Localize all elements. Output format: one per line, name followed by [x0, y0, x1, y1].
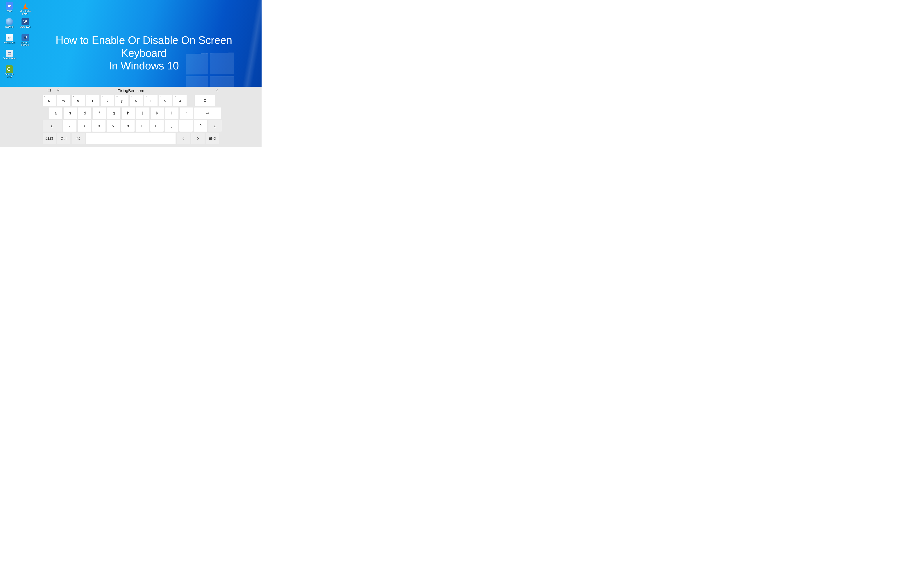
- key-ctrl[interactable]: Ctrl: [57, 133, 70, 144]
- key-e[interactable]: 3e: [72, 95, 85, 106]
- title-line2: In Windows 10: [33, 60, 255, 73]
- key-comma[interactable]: ,: [165, 120, 178, 132]
- close-keyboard-button[interactable]: [215, 88, 219, 93]
- desktop-icon-label: This PC - Shortcut: [18, 42, 32, 46]
- desktop-icon-thispc[interactable]: This PC - Shortcut: [17, 33, 33, 49]
- key-b[interactable]: b: [121, 120, 134, 132]
- keyboard-settings-icon[interactable]: [47, 88, 52, 93]
- key-g[interactable]: g: [107, 108, 120, 119]
- key-j[interactable]: j: [136, 108, 149, 119]
- svg-rect-5: [48, 89, 50, 91]
- enter-icon: [205, 111, 210, 115]
- touch-keyboard: FixingBee.com 1q 2w 3e 4r 5t 6y 7u 8i 9o…: [0, 87, 262, 147]
- key-enter[interactable]: [194, 108, 221, 119]
- key-period[interactable]: .: [179, 120, 193, 132]
- key-o[interactable]: 9o: [159, 95, 172, 106]
- desktop-icon-label: Network: [5, 26, 13, 28]
- zoom-icon: [6, 2, 13, 10]
- key-spacebar[interactable]: [86, 133, 176, 144]
- desktop-icon-vlc[interactable]: VLC media player: [17, 2, 33, 17]
- desktop-icon-network[interactable]: Network: [2, 17, 17, 33]
- key-y[interactable]: 6y: [115, 95, 128, 106]
- keyboard-keys: 1q 2w 3e 4r 5t 6y 7u 8i 9o 0p a s d f g …: [43, 95, 219, 144]
- key-v[interactable]: v: [107, 120, 120, 132]
- desktop-icon-recycle[interactable]: Recycle Bin: [2, 33, 17, 49]
- backspace-icon: [203, 99, 207, 103]
- shift-up-icon: [50, 124, 54, 128]
- key-arrow-left[interactable]: [177, 133, 190, 144]
- desktop-icon-zoom[interactable]: Zoom: [2, 2, 17, 17]
- chevron-right-icon: [196, 137, 200, 141]
- key-d[interactable]: d: [78, 108, 91, 119]
- key-symbols-numbers[interactable]: &123: [43, 133, 56, 144]
- emoji-icon: [76, 137, 80, 141]
- desktop-icon-control-panel[interactable]: Control Panel: [2, 49, 17, 65]
- desktop-background[interactable]: Zoom VLC media player Network W Word 201…: [0, 0, 262, 87]
- key-l[interactable]: l: [165, 108, 178, 119]
- key-f[interactable]: f: [93, 108, 106, 119]
- page-title: How to Enable Or Disable On Screen Keybo…: [33, 34, 255, 73]
- camtasia-icon: [6, 65, 13, 73]
- chevron-left-icon: [181, 137, 186, 141]
- key-w[interactable]: 2w: [57, 95, 70, 106]
- word-icon: W: [21, 18, 29, 25]
- key-h[interactable]: h: [122, 108, 135, 119]
- key-a[interactable]: a: [49, 108, 62, 119]
- svg-rect-1: [24, 36, 27, 38]
- key-r[interactable]: 4r: [86, 95, 99, 106]
- keyboard-brand-text: FixingBee.com: [118, 88, 144, 93]
- key-c[interactable]: c: [92, 120, 105, 132]
- svg-rect-3: [8, 52, 11, 53]
- keyboard-header: FixingBee.com: [0, 87, 262, 95]
- key-arrow-right[interactable]: [191, 133, 205, 144]
- key-language[interactable]: ENG: [206, 133, 219, 144]
- svg-rect-2: [25, 39, 26, 39]
- shift-up-icon: [213, 124, 217, 128]
- key-question[interactable]: ?: [194, 120, 207, 132]
- desktop-icon-label: Camtasia 2019: [2, 73, 16, 78]
- key-shift-left[interactable]: [43, 120, 62, 132]
- svg-point-9: [78, 138, 78, 138]
- vlc-icon: [21, 2, 29, 10]
- key-apostrophe[interactable]: ': [180, 108, 193, 119]
- key-backspace[interactable]: [195, 95, 215, 106]
- desktop-icon-label: VLC media player: [18, 10, 32, 15]
- key-t[interactable]: 5t: [101, 95, 114, 106]
- desktop-icon-label: Control Panel: [3, 57, 16, 60]
- key-s[interactable]: s: [64, 108, 77, 119]
- desktop-icon-label: Recycle Bin: [3, 42, 15, 44]
- control-panel-icon: [6, 50, 13, 57]
- key-u[interactable]: 7u: [130, 95, 143, 106]
- key-p[interactable]: 0p: [173, 95, 187, 106]
- desktop-icon-word[interactable]: W Word 2016: [17, 17, 33, 33]
- svg-rect-0: [8, 5, 10, 7]
- key-emoji[interactable]: [72, 133, 85, 144]
- computer-icon: [21, 34, 29, 41]
- key-q[interactable]: 1q: [43, 95, 56, 106]
- windows-logo: [186, 52, 234, 87]
- desktop-icon-label: Word 2016: [20, 26, 31, 28]
- desktop-icon-label: Zoom: [6, 10, 12, 12]
- svg-point-6: [50, 90, 51, 91]
- key-z[interactable]: z: [63, 120, 76, 132]
- key-m[interactable]: m: [150, 120, 163, 132]
- recycle-bin-icon: [6, 34, 13, 41]
- microphone-icon[interactable]: [56, 88, 60, 93]
- key-n[interactable]: n: [136, 120, 149, 132]
- key-shift-right[interactable]: [208, 120, 222, 132]
- title-line1: How to Enable Or Disable On Screen Keybo…: [33, 34, 255, 60]
- svg-point-8: [77, 137, 80, 140]
- key-x[interactable]: x: [78, 120, 91, 132]
- key-i[interactable]: 8i: [144, 95, 158, 106]
- svg-rect-4: [8, 53, 11, 54]
- desktop-icon-camtasia[interactable]: Camtasia 2019: [2, 65, 17, 81]
- svg-point-10: [79, 138, 79, 138]
- network-icon: [6, 18, 13, 25]
- svg-rect-7: [58, 89, 59, 91]
- desktop-icons-grid: Zoom VLC media player Network W Word 201…: [2, 2, 33, 81]
- key-k[interactable]: k: [151, 108, 164, 119]
